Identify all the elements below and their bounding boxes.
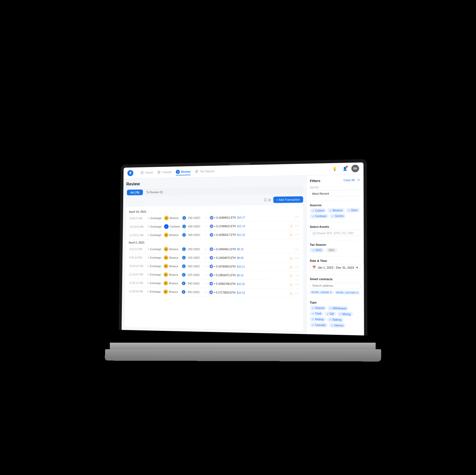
avatar[interactable]: DK xyxy=(351,165,359,172)
amount-out-text: - 300 USDC xyxy=(187,233,200,236)
table-row: 11:03:21 AM ✎ Exchange B Binance xyxy=(128,230,301,239)
exchange-icon: ✎ xyxy=(147,273,149,276)
amount-in-text: + 0.13816371 ETH xyxy=(214,273,236,276)
tx-amount-in: ◆ + 0.16382017 ETH $11.22 xyxy=(210,233,287,237)
date-time-section: Date & Time 📅 Jan 1, 2023 - Dec 31, 2023… xyxy=(310,259,360,271)
sort-select[interactable]: Most Recent xyxy=(310,190,360,197)
list-view-icon[interactable]: ☰ xyxy=(263,198,267,202)
season-2023[interactable]: ✓ 2023 xyxy=(310,248,324,252)
close-filters-button[interactable]: ✕ xyxy=(357,178,360,182)
type-mining[interactable]: ✓ Mining xyxy=(337,312,353,317)
exchange-icon: ✎ xyxy=(148,225,150,228)
check-icon: ✓ xyxy=(313,249,315,252)
exchange-name: Binance xyxy=(169,248,179,250)
tx-amount-in: ◆ + 0.15962708 ETH $10.25 xyxy=(209,282,287,286)
tx-type: ✎ Exchange xyxy=(147,248,162,250)
chevron-down-icon: ▾ xyxy=(356,266,358,269)
amount-out-text: - 225 USDC xyxy=(186,273,200,276)
amount-out-text: - 350 USDC xyxy=(186,265,200,268)
exchange-icon: ✎ xyxy=(148,217,150,220)
tx-more-button[interactable]: ⋯ xyxy=(295,282,299,286)
nav-step-tax[interactable]: 4 Tax Reports xyxy=(195,168,215,175)
tx-amount-in: ◆ + 0.14564911 ETH $9.15 xyxy=(210,247,293,251)
exchange-name: Binance xyxy=(169,265,178,268)
contract-tag-1[interactable]: 0xC83...1c371D0 ✕ xyxy=(334,290,360,295)
amount-usd: $10.25 xyxy=(237,282,245,285)
source-chip-coinbase[interactable]: ✓ Coinbase xyxy=(310,214,328,218)
nav-step-classify[interactable]: 2 Classify xyxy=(157,169,172,176)
status-warning-icon: ⚠ xyxy=(289,282,293,286)
exchange-badge: B Binance xyxy=(164,216,180,220)
tx-amount-in: ◆ + 0.16784353 ETH $10.11 xyxy=(209,264,287,269)
binance-logo: B xyxy=(164,247,168,252)
step-num-1: 1 xyxy=(140,170,144,175)
type-withdrawal[interactable]: ✓ Withdrawal xyxy=(328,306,349,311)
check-icon: ✓ xyxy=(312,306,314,309)
tx-more-button[interactable]: ⋯ xyxy=(295,291,299,295)
usdc-icon: $ xyxy=(182,281,185,285)
table-row: 11:50:04 PM ✎ Exchange B Binance xyxy=(127,287,301,298)
type-theft[interactable]: ✓ Theft xyxy=(310,311,323,316)
add-transaction-button[interactable]: + Add Transaction xyxy=(273,196,303,203)
source-chip-custom[interactable]: ✓ Custom xyxy=(310,208,326,213)
tax-season-chips: ✓ 2023 2021 xyxy=(310,248,360,253)
eth-icon: ◆ xyxy=(209,264,213,268)
smart-contracts-title: Smart contracts xyxy=(310,277,360,281)
source-chip-okex[interactable]: ✓ Okex xyxy=(346,208,360,212)
divider xyxy=(310,298,360,299)
tab-all[interactable]: All (78) xyxy=(127,189,143,195)
nav-step-import[interactable]: 1 Import xyxy=(140,169,153,176)
type-deposit[interactable]: ✓ Deposit xyxy=(310,305,326,310)
amount-out-text: - 340 USDC xyxy=(186,282,200,285)
sort-by-section: Sort By: Most Recent xyxy=(310,185,360,197)
tab-to-review[interactable]: To Review (0) xyxy=(143,189,166,195)
tx-more-button[interactable]: ⋯ xyxy=(295,256,299,260)
tx-arrow: → xyxy=(204,247,208,251)
type-gift[interactable]: ✓ Gift xyxy=(324,311,336,316)
lightbulb-button[interactable]: 💡 xyxy=(331,165,338,173)
tx-more-button[interactable]: ⋯ xyxy=(295,232,299,237)
contract-tag-0[interactable]: 0xC83...13250d ✕ xyxy=(310,290,333,294)
usdc-icon: $ xyxy=(182,273,186,276)
exchange-badge: B Binance xyxy=(164,232,180,237)
tx-more-button[interactable]: ⋯ xyxy=(295,247,299,251)
source-chip-gemini[interactable]: ✓ Gemini xyxy=(330,213,346,218)
tx-more-button[interactable]: ⋯ xyxy=(295,215,299,219)
assets-dropdown[interactable]: 🕐 Choose: BTC, ETH, LTC, USD xyxy=(310,230,360,236)
remove-contract-icon[interactable]: ✕ xyxy=(330,291,332,294)
eth-icon: ◆ xyxy=(210,233,213,237)
tx-more-button[interactable]: ⋯ xyxy=(295,265,299,269)
tx-time: 11:50:04 PM xyxy=(129,290,145,293)
amount-in-text: + 0.14564911 ETH xyxy=(214,248,236,250)
type-airdrop[interactable]: ✓ Airdrop xyxy=(310,317,326,322)
source-chip-binance[interactable]: ✓ Binance xyxy=(328,208,345,213)
eth-icon: ◆ xyxy=(209,273,213,277)
amount-in-text: + 0.17173819 ETH xyxy=(214,291,235,294)
tx-amount-out: $ - 200 USDC xyxy=(182,247,202,251)
nav-step-review[interactable]: 3 Review xyxy=(176,168,191,175)
user-notification-button[interactable]: 👤 xyxy=(341,165,349,172)
type-chips: ✓ Deposit ✓ Withdrawal ✓ Theft xyxy=(310,305,361,328)
type-interest[interactable]: ✓ Interest xyxy=(329,323,345,328)
amount-out-text: - 350 USDC xyxy=(186,290,200,294)
clear-all-button[interactable]: Clear All xyxy=(343,178,355,182)
season-2021[interactable]: 2021 xyxy=(326,248,337,252)
usdc-icon: $ xyxy=(182,225,186,228)
check-icon: ✓ xyxy=(312,215,314,217)
filters-title: Filters xyxy=(310,179,320,183)
grid-view-icon[interactable]: ⊞ xyxy=(268,198,271,202)
type-casualty[interactable]: ✓ Casualty xyxy=(310,322,328,327)
laptop-base-bottom xyxy=(105,349,381,362)
left-panel: Review All (78) To Review (0) ☰ ⊞ + Add … xyxy=(122,175,306,334)
assets-clock-icon: 🕐 xyxy=(312,232,316,234)
amount-in-text: + 0.16382017 ETH xyxy=(214,233,236,236)
date-range-picker[interactable]: 📅 Jan 1, 2023 - Dec 31, 2023 ▾ xyxy=(310,264,360,271)
type-staking[interactable]: ✓ Staking xyxy=(327,317,344,322)
tx-more-button[interactable]: ⋯ xyxy=(295,223,299,228)
smart-contract-input[interactable] xyxy=(310,282,360,289)
tx-more-button[interactable]: ⋯ xyxy=(295,273,299,278)
binance-logo: B xyxy=(164,255,168,260)
tx-arrow: → xyxy=(204,264,208,268)
amount-usd: $12.14 xyxy=(237,225,245,227)
remove-contract-icon[interactable]: ✕ xyxy=(356,291,358,294)
